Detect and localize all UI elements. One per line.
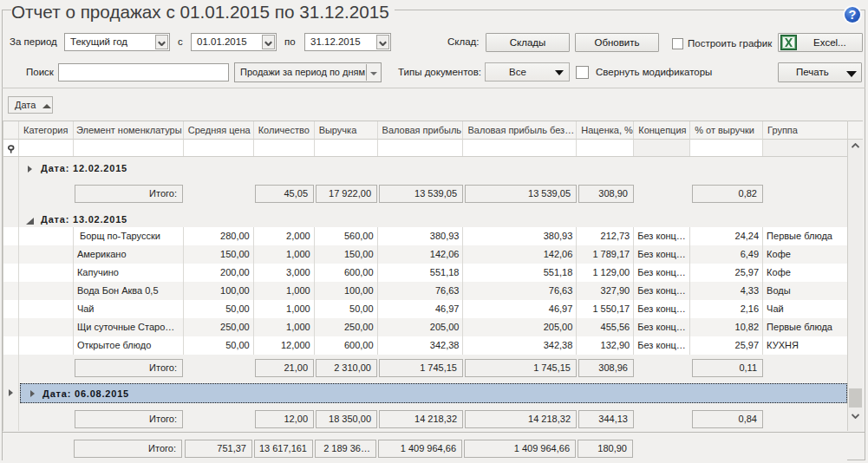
svg-text:?: ? xyxy=(849,8,857,22)
